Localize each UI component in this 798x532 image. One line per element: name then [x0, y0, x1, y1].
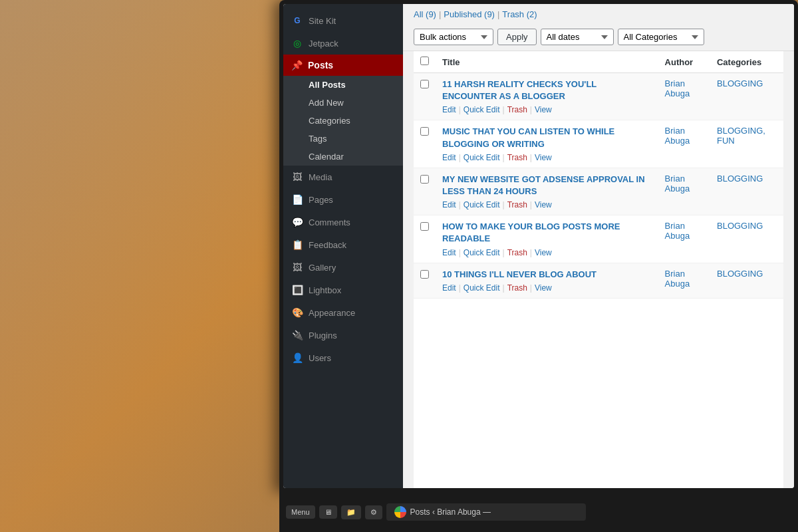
action-trash[interactable]: Trash [507, 200, 527, 209]
jetpack-label: Jetpack [309, 39, 338, 49]
sidebar-item-plugins[interactable]: 🔌 Plugins [283, 324, 403, 346]
sidebar-item-appearance[interactable]: 🎨 Appearance [283, 301, 403, 324]
row-checkbox-3[interactable] [420, 222, 429, 231]
post-title-link[interactable]: MUSIC THAT YOU CAN LISTEN TO WHILE BLOGG… [442, 126, 652, 150]
taskbar-menu[interactable]: Menu [286, 505, 315, 519]
browser-tab-label: Posts ‹ Brian Abuga — [410, 507, 491, 517]
action-view[interactable]: View [535, 105, 552, 114]
post-author[interactable]: Brian Abuga [658, 215, 710, 263]
main-content: All (9) | Published (9) | Trash (2) Bulk… [403, 4, 794, 488]
action-trash[interactable]: Trash [507, 153, 527, 162]
apply-button[interactable]: Apply [497, 29, 537, 45]
post-author[interactable]: Brian Abuga [658, 73, 710, 120]
post-title-link[interactable]: MY NEW WEBSITE GOT ADSENSE APPROVAL IN L… [442, 174, 652, 198]
gallery-icon: 🖼 [291, 261, 303, 273]
submenu-tags[interactable]: Tags [283, 130, 403, 148]
post-title-link[interactable]: HOW TO MAKE YOUR BLOG POSTS MORE READABL… [442, 221, 652, 245]
action-edit[interactable]: Edit [442, 283, 456, 293]
row-checkbox-0[interactable] [420, 80, 429, 88]
filter-published[interactable]: Published (9) [444, 9, 495, 19]
row-actions: Edit | Quick Edit | Trash | View [442, 153, 652, 162]
filter-all[interactable]: All (9) [414, 9, 436, 19]
sidebar-item-gallery[interactable]: 🖼 Gallery [283, 256, 403, 279]
action-trash[interactable]: Trash [507, 105, 527, 114]
action-edit[interactable]: Edit [442, 248, 456, 257]
action-quick-edit[interactable]: Quick Edit [464, 200, 500, 209]
post-title-link[interactable]: 10 THINGS I'LL NEVER BLOG ABOUT [442, 269, 652, 281]
sitekit-icon: G [291, 15, 303, 27]
dates-select[interactable]: All dates [541, 29, 614, 45]
sidebar-item-comments[interactable]: 💬 Comments [283, 211, 403, 233]
sidebar-item-feedback[interactable]: 📋 Feedback [283, 233, 403, 256]
submenu-categories[interactable]: Categories [283, 112, 403, 130]
post-title-link[interactable]: 11 HARSH REALITY CHECKS YOU'LL ENCOUNTER… [442, 78, 652, 102]
action-quick-edit[interactable]: Quick Edit [464, 283, 500, 293]
submenu-all-posts[interactable]: All Posts [283, 76, 403, 94]
post-author[interactable]: Brian Abuga [658, 168, 710, 215]
select-all-checkbox[interactable] [420, 57, 429, 65]
posts-pin-icon: 📌 [291, 60, 303, 70]
pages-icon: 📄 [291, 194, 303, 205]
sidebar-item-jetpack[interactable]: ◎ Jetpack [283, 32, 403, 55]
comments-icon: 💬 [291, 216, 303, 228]
feedback-icon: 📋 [291, 239, 303, 251]
row-checkbox-1[interactable] [420, 127, 429, 136]
posts-header-label: Posts [308, 60, 333, 70]
sidebar-item-lightbox[interactable]: 🔳 Lightbox [283, 279, 403, 301]
sidebar-item-media[interactable]: 🖼 Media [283, 166, 403, 188]
categories-select[interactable]: All Categories [618, 29, 704, 45]
row-checkbox-4[interactable] [420, 270, 429, 279]
bulk-row: Bulk actions Apply All dates All Categor… [414, 23, 783, 51]
sidebar-item-users[interactable]: 👤 Users [283, 346, 403, 369]
action-edit[interactable]: Edit [442, 105, 456, 114]
submenu-add-new[interactable]: Add New [283, 94, 403, 112]
row-actions: Edit | Quick Edit | Trash | View [442, 283, 652, 293]
taskbar-icon2[interactable]: 📁 [341, 505, 361, 519]
post-categories[interactable]: BLOGGING, FUN [710, 120, 783, 168]
col-author: Author [658, 51, 710, 73]
post-title-cell: 11 HARSH REALITY CHECKS YOU'LL ENCOUNTER… [436, 73, 658, 120]
row-actions: Edit | Quick Edit | Trash | View [442, 200, 652, 209]
filter-trash[interactable]: Trash (2) [502, 9, 537, 19]
action-view[interactable]: View [535, 248, 552, 257]
posts-submenu: All Posts Add New Categories Tags Calend [283, 76, 403, 166]
table-row: 10 THINGS I'LL NEVER BLOG ABOUTEdit | Qu… [414, 263, 783, 298]
filter-bar: All (9) | Published (9) | Trash (2) Bulk… [403, 4, 794, 51]
submenu-calendar[interactable]: Calendar [283, 148, 403, 166]
post-title-cell: MUSIC THAT YOU CAN LISTEN TO WHILE BLOGG… [436, 120, 658, 168]
action-quick-edit[interactable]: Quick Edit [464, 248, 500, 257]
taskbar-icon1[interactable]: 🖥 [319, 505, 337, 519]
wp-admin: G Site Kit ◎ Jetpack 📌 Posts All Posts [283, 4, 794, 488]
plugins-icon: 🔌 [291, 329, 303, 341]
action-edit[interactable]: Edit [442, 153, 456, 162]
post-title-cell: HOW TO MAKE YOUR BLOG POSTS MORE READABL… [436, 215, 658, 263]
taskbar-browser[interactable]: Posts ‹ Brian Abuga — [386, 503, 586, 521]
monitor-screen: G Site Kit ◎ Jetpack 📌 Posts All Posts [283, 4, 794, 488]
browser-icon [394, 506, 406, 518]
table-row: HOW TO MAKE YOUR BLOG POSTS MORE READABL… [414, 215, 783, 263]
bulk-actions-select[interactable]: Bulk actions [414, 29, 493, 45]
action-edit[interactable]: Edit [442, 200, 456, 209]
col-title: Title [436, 51, 658, 73]
action-quick-edit[interactable]: Quick Edit [464, 105, 500, 114]
post-categories[interactable]: BLOGGING [710, 263, 783, 298]
post-author[interactable]: Brian Abuga [658, 120, 710, 168]
post-categories[interactable]: BLOGGING [710, 215, 783, 263]
action-view[interactable]: View [535, 200, 552, 209]
taskbar-icon3[interactable]: ⚙ [365, 505, 382, 519]
post-author[interactable]: Brian Abuga [658, 263, 710, 298]
post-categories[interactable]: BLOGGING [710, 73, 783, 120]
action-quick-edit[interactable]: Quick Edit [464, 153, 500, 162]
sidebar-item-pages[interactable]: 📄 Pages [283, 188, 403, 211]
action-view[interactable]: View [535, 283, 552, 293]
post-categories[interactable]: BLOGGING [710, 168, 783, 215]
action-trash[interactable]: Trash [507, 248, 527, 257]
action-trash[interactable]: Trash [507, 283, 527, 293]
action-view[interactable]: View [535, 153, 552, 162]
users-icon: 👤 [291, 352, 303, 364]
row-checkbox-2[interactable] [420, 175, 429, 184]
posts-list-table: Title Author Categories 11 HARSH REALITY… [414, 51, 783, 299]
posts-header[interactable]: 📌 Posts [283, 55, 403, 76]
jetpack-icon: ◎ [291, 37, 303, 49]
sidebar-item-sitekit[interactable]: G Site Kit [283, 9, 403, 32]
